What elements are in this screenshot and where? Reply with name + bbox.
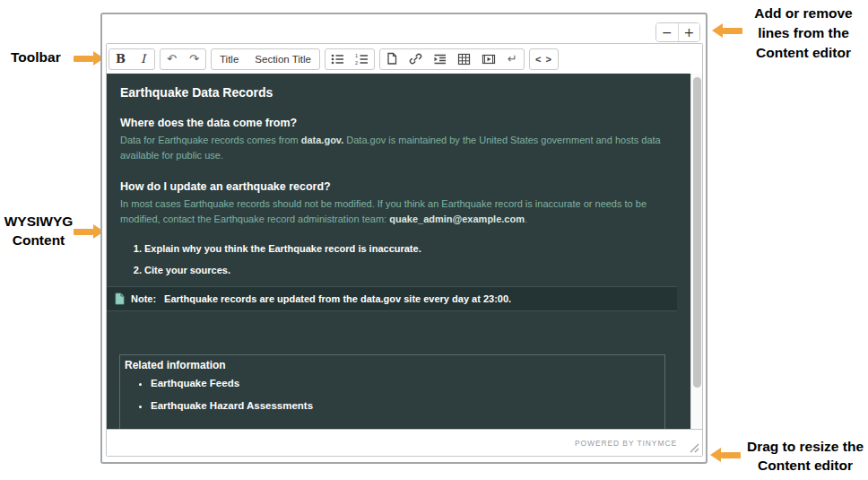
remove-lines-button[interactable]: −: [656, 23, 679, 41]
add-remove-annotation-label: Add or remove lines from the Content edi…: [739, 4, 868, 63]
media-icon: [482, 53, 496, 65]
wysiwyg-annotation-label: WYSIWYG Content: [2, 212, 75, 249]
content-scrollbar[interactable]: [690, 74, 702, 429]
line-break-button[interactable]: ↵: [501, 49, 524, 69]
note-callout-icon: [115, 292, 125, 305]
drag-resize-annotation-label: Drag to resize the Content editor: [742, 437, 868, 475]
insert-note-button[interactable]: [380, 49, 404, 69]
toolbar-group-code: < >: [529, 48, 559, 70]
toolbar-group-insert: ↵: [379, 48, 525, 70]
paragraph-update-record: In most cases Earthquake records should …: [120, 196, 677, 227]
table-icon: [457, 53, 471, 65]
resize-handle-icon[interactable]: [690, 443, 699, 453]
note-icon: [386, 52, 398, 65]
paragraph-text: Data for Earthquake records comes from: [120, 135, 301, 145]
drag-resize-annotation-arrow: [710, 448, 741, 462]
bullet-list-icon: [331, 53, 344, 65]
list-item: Cite your sources.: [144, 265, 677, 275]
numbered-list-button[interactable]: 1 2: [350, 49, 374, 69]
source-code-button[interactable]: < >: [530, 49, 558, 69]
toolbar-group-history: ↶ ↷: [160, 48, 206, 70]
section-title-style-button[interactable]: Section Title: [247, 49, 319, 69]
indent-icon: [433, 53, 447, 65]
wysiwyg-annotation-arrow: [74, 224, 104, 239]
section-heading-update-record: How do I update an earthquake record?: [120, 180, 677, 193]
bold-button[interactable]: B: [109, 49, 132, 69]
svg-text:1: 1: [355, 53, 358, 58]
datagov-highlight: data.gov.: [301, 135, 343, 145]
insert-link-button[interactable]: [404, 49, 428, 69]
wysiwyg-content-area[interactable]: Earthquake Data Records Where does the d…: [107, 74, 702, 429]
content-editor-widget: − + B I ↶ ↷ Title Section Title: [100, 13, 707, 464]
insert-table-button[interactable]: [452, 49, 476, 69]
editor-statusbar: POWERED BY TINYMCE: [107, 429, 702, 456]
powered-by-label: POWERED BY TINYMCE: [575, 439, 677, 448]
undo-button[interactable]: ↶: [161, 49, 183, 69]
toolbar-group-format: B I: [108, 48, 155, 70]
insert-media-button[interactable]: [476, 49, 501, 69]
numbered-list-icon: 1 2: [355, 53, 369, 65]
related-information-title: Related information: [125, 359, 657, 371]
related-link[interactable]: Earthquake Hazard Assessments: [151, 400, 657, 411]
bullet-list-button[interactable]: [326, 49, 350, 69]
update-steps-list: Explain why you think the Earthquake rec…: [120, 243, 677, 275]
toolbar-group-styles: Title Section Title: [211, 48, 320, 70]
scrollbar-thumb[interactable]: [693, 77, 701, 388]
add-lines-button[interactable]: +: [679, 23, 700, 41]
related-links-list: Earthquake Feeds Earthquake Hazard Asses…: [123, 378, 657, 411]
redo-button[interactable]: ↷: [183, 49, 205, 69]
tinymce-editor: B I ↶ ↷ Title Section Title: [106, 43, 703, 457]
related-link[interactable]: Earthquake Feeds: [151, 378, 657, 388]
svg-text:2: 2: [355, 60, 358, 65]
admin-email: quake_admin@example.com: [389, 214, 525, 224]
toolbar-group-lists: 1 2: [325, 48, 375, 70]
paragraph-data-source: Data for Earthquake records comes from d…: [120, 133, 677, 163]
note-callout: Note: Earthquake records are updated fro…: [107, 286, 677, 311]
toolbar-annotation-label: Toolbar: [11, 48, 61, 66]
section-heading-data-source: Where does the data come from?: [120, 117, 677, 129]
editor-toolbar: B I ↶ ↷ Title Section Title: [107, 44, 702, 74]
toolbar-annotation-arrow: [74, 51, 104, 65]
paragraph-text: In most cases Earthquake records should …: [120, 198, 647, 224]
document-body: Earthquake Data Records Where does the d…: [107, 74, 690, 429]
indent-button[interactable]: [428, 49, 452, 69]
add-remove-annotation-arrow: [712, 23, 742, 38]
document-title: Earthquake Data Records: [120, 85, 677, 100]
paragraph-text: .: [525, 214, 527, 224]
list-item: Explain why you think the Earthquake rec…: [144, 243, 677, 254]
note-label: Note:: [131, 293, 156, 304]
italic-button[interactable]: I: [132, 49, 154, 69]
title-style-button[interactable]: Title: [212, 49, 247, 69]
related-information-box: Related information Earthquake Feeds Ear…: [119, 354, 665, 429]
line-count-stepper: − +: [655, 22, 700, 42]
note-text: Earthquake records are updated from the …: [164, 293, 511, 304]
link-icon: [409, 52, 422, 65]
